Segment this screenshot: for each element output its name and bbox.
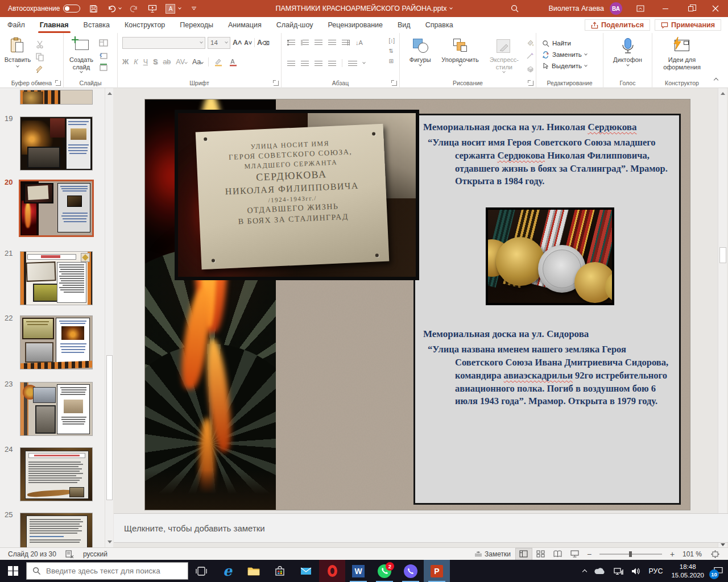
tab-design[interactable]: Конструктор — [117, 17, 172, 33]
font-dialog-launcher-icon[interactable] — [274, 81, 279, 86]
save-icon[interactable] — [88, 3, 98, 14]
scroll-up-icon[interactable] — [106, 89, 113, 98]
design-ideas-button[interactable]: Идеи для оформления — [657, 36, 706, 70]
slide-scrollbar-thumb[interactable] — [719, 247, 726, 263]
cut-icon[interactable] — [35, 40, 45, 49]
thumbnail-slide-20[interactable] — [19, 180, 94, 237]
taskbar-search[interactable] — [26, 562, 188, 580]
share-button[interactable]: Поделиться — [585, 19, 650, 31]
align-left-icon[interactable] — [287, 61, 295, 66]
shadow-button[interactable]: S — [153, 58, 158, 66]
scroll-down-icon[interactable] — [106, 538, 113, 546]
tab-file[interactable]: Файл — [0, 17, 32, 33]
font-color-icon[interactable]: A — [229, 57, 238, 67]
slide-canvas[interactable]: УЛИЦА НОСИТ ИМЯ ГЕРОЯ СОВЕТСКОГО СОЮЗА, … — [145, 99, 690, 510]
store-icon[interactable] — [267, 560, 293, 582]
tray-expand-icon[interactable] — [579, 560, 590, 582]
thumbnail-slide-22[interactable] — [20, 315, 93, 369]
start-button[interactable] — [0, 560, 26, 582]
tab-view[interactable]: Вид — [390, 17, 418, 33]
close-icon[interactable] — [703, 0, 728, 17]
font-name-combo[interactable] — [122, 37, 205, 49]
search-icon[interactable] — [510, 3, 520, 14]
new-slide-button[interactable]: Создать слайд — [66, 36, 97, 73]
slide-indicator[interactable]: Слайд 20 из 30 — [0, 548, 61, 560]
normal-view-icon[interactable] — [515, 548, 532, 560]
thumbnail-slide-24[interactable] — [20, 447, 93, 501]
zoom-slider[interactable] — [599, 554, 662, 555]
task-view-icon[interactable] — [188, 560, 214, 582]
medals-photo[interactable] — [486, 207, 614, 305]
tab-animations[interactable]: Анимация — [221, 17, 269, 33]
reset-slide-icon[interactable] — [99, 51, 109, 61]
clock[interactable]: 18:48 15.05.2020 — [667, 563, 709, 579]
zoom-level[interactable]: 101 % — [678, 548, 706, 560]
tab-slideshow[interactable]: Слайд-шоу — [269, 17, 321, 33]
onedrive-icon[interactable] — [590, 560, 610, 582]
section-icon[interactable] — [99, 64, 109, 73]
slide-sorter-icon[interactable] — [532, 548, 549, 560]
zoom-out-icon[interactable]: − — [584, 548, 595, 560]
paragraph-dialog-launcher-icon[interactable] — [392, 81, 397, 86]
change-case-button[interactable]: Aa — [192, 58, 203, 66]
action-center-icon[interactable]: 10 — [709, 560, 728, 582]
reading-view-icon[interactable] — [549, 548, 566, 560]
text-direction-icon[interactable]: ↓A — [355, 39, 363, 46]
numbering-icon[interactable] — [301, 40, 309, 45]
toggle-off-icon[interactable] — [63, 5, 80, 13]
network-icon[interactable] — [610, 560, 627, 582]
thumbnail-slide-18[interactable] — [20, 90, 93, 105]
language-status[interactable]: русский — [78, 548, 112, 560]
justify-icon[interactable] — [328, 61, 336, 66]
underline-button[interactable]: Ч — [143, 58, 148, 66]
tab-help[interactable]: Справка — [418, 17, 461, 33]
thumbnail-slide-25[interactable] — [20, 513, 93, 547]
thumbnail-scrollbar-thumb[interactable] — [106, 355, 113, 500]
autosave-toggle[interactable]: Автосохранение — [8, 5, 80, 13]
slide-scrollbar[interactable] — [718, 88, 727, 547]
italic-button[interactable]: К — [134, 58, 138, 66]
restore-icon[interactable] — [678, 0, 703, 17]
whatsapp-icon[interactable]: 2 — [371, 560, 398, 582]
tab-insert[interactable]: Вставка — [76, 17, 117, 33]
scroll-up-icon[interactable] — [719, 89, 727, 98]
touch-mode-icon[interactable]: A — [166, 4, 175, 14]
tab-review[interactable]: Рецензирование — [320, 17, 390, 33]
format-painter-icon[interactable] — [35, 65, 45, 74]
viber-icon[interactable] — [398, 560, 424, 582]
vertical-align-icon[interactable]: [↕] — [388, 38, 395, 44]
grow-font-icon[interactable]: A˄ — [233, 39, 242, 47]
bold-button[interactable]: Ж — [122, 58, 129, 66]
align-text-icon[interactable]: ⇅ — [388, 48, 395, 54]
smartart-icon[interactable]: ⊞ — [388, 58, 395, 64]
touch-mode-dropdown-icon[interactable] — [179, 6, 182, 10]
slide-text-box[interactable]: Мемориальная доска на ул. Николая Сердюк… — [413, 114, 681, 505]
font-size-combo[interactable]: 14 — [208, 37, 230, 49]
copy-icon[interactable] — [35, 52, 45, 62]
slideshow-view-icon[interactable] — [566, 548, 584, 560]
align-right-icon[interactable] — [315, 61, 322, 66]
tab-transitions[interactable]: Переходы — [172, 17, 221, 33]
strikethrough-button[interactable]: ab — [163, 58, 171, 66]
comments-button[interactable]: Примечания — [655, 19, 721, 31]
paste-button[interactable]: Вставить — [5, 36, 31, 74]
collapse-ribbon-icon[interactable] — [714, 78, 718, 82]
file-explorer-icon[interactable] — [241, 560, 267, 582]
indent-increase-icon[interactable] — [328, 40, 336, 45]
thumbnail-slide-19[interactable] — [20, 117, 93, 171]
notes-placeholder[interactable]: Щелкните, чтобы добавить заметки — [124, 523, 265, 533]
notes-pane[interactable]: Щелкните, чтобы добавить заметки — [114, 513, 728, 543]
word-icon[interactable]: W — [345, 560, 371, 582]
align-center-icon[interactable] — [301, 61, 309, 66]
find-button[interactable]: Найти — [542, 38, 603, 49]
powerpoint-icon[interactable]: P — [424, 560, 450, 582]
thumbnail-slide-23[interactable] — [20, 382, 93, 436]
user-name[interactable]: Виолетта Агаева — [548, 5, 604, 13]
language-indicator[interactable]: РУС — [644, 560, 667, 582]
zoom-in-icon[interactable]: + — [667, 548, 678, 560]
shapes-button[interactable]: Фигуры — [406, 36, 435, 74]
clipboard-dialog-launcher-icon[interactable] — [56, 81, 61, 86]
replace-button[interactable]: bc Заменить — [542, 49, 603, 60]
zoom-slider-thumb[interactable] — [629, 551, 632, 557]
bullets-icon[interactable] — [287, 40, 295, 45]
